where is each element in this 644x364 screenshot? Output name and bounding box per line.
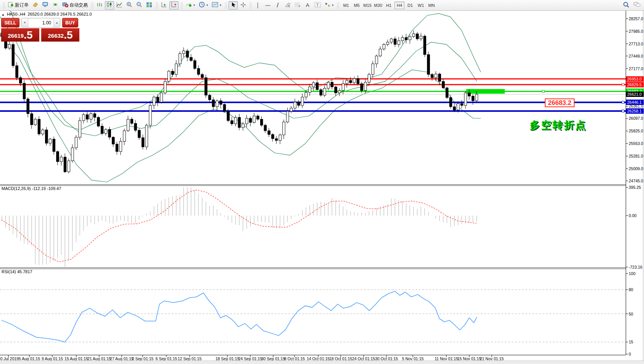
equidistant-channel-button[interactable]: E — [283, 1, 292, 10]
price-axis-label: 27449.0 — [629, 54, 643, 58]
candle-body — [238, 118, 241, 128]
time-axis-label: 30 Jul 2019 — [0, 356, 19, 361]
volume-input[interactable]: 1.00 — [28, 18, 53, 27]
search-button[interactable] — [621, 1, 631, 10]
candle-body — [268, 131, 270, 135]
candle-body — [201, 74, 204, 77]
templates-button[interactable]: ▾ — [210, 1, 223, 10]
buy-button[interactable]: BUY — [62, 18, 78, 27]
bar-chart-button[interactable] — [95, 1, 104, 10]
macd-axis-label: 0.00 — [629, 213, 636, 218]
candle-body — [31, 114, 33, 125]
candle-body — [212, 100, 215, 107]
candle-body — [327, 82, 330, 89]
candle-body — [335, 87, 337, 93]
line-chart-button[interactable] — [115, 1, 124, 10]
charts-window-button[interactable] — [41, 1, 50, 10]
trendline-button[interactable]: / — [273, 1, 282, 10]
candle-body — [64, 157, 66, 172]
price-axis-label: 27985.0 — [629, 29, 643, 34]
time-axis-label: 27 Aug 01:15 — [110, 356, 134, 361]
chart-shift-icon — [171, 2, 177, 9]
candle-body — [167, 71, 170, 82]
buy-price-display[interactable]: 26632.5 — [41, 28, 79, 42]
candle-body — [412, 34, 415, 37]
chat-button[interactable] — [632, 1, 642, 10]
new-order-button[interactable]: 新订单 — [6, 1, 30, 10]
volume-decrease-button[interactable]: ▼ — [22, 18, 28, 27]
price-axis-label: 27177.0 — [629, 66, 643, 71]
time-axis-label: 12 Sep 01:15 — [178, 356, 201, 361]
zoom-out-button[interactable] — [135, 1, 144, 10]
text-label-button[interactable]: T — [313, 1, 322, 10]
line-handle-marker[interactable] — [622, 84, 624, 86]
candle-body — [357, 79, 359, 84]
candle-body — [390, 39, 393, 42]
zoom-in-button[interactable] — [125, 1, 134, 10]
timeframe-button-d1[interactable]: D1 — [405, 2, 415, 9]
time-axis-label: 18 Oct 01:15 — [329, 356, 352, 361]
tile-windows-button[interactable] — [145, 1, 154, 10]
chart-shift-button[interactable] — [169, 1, 179, 10]
timeframe-button-h4[interactable]: H4 — [394, 2, 404, 9]
candle-body — [427, 55, 430, 74]
horizontal-line-button[interactable]: — — [263, 1, 272, 10]
line-handle-marker[interactable] — [622, 110, 624, 112]
styler-button[interactable] — [31, 1, 40, 10]
collapse-panel-icon[interactable]: ▲ — [2, 13, 5, 16]
vertical-line-button[interactable]: │ — [253, 1, 262, 10]
status-strip — [0, 361, 644, 364]
sell-price-display[interactable]: 26619.5 — [1, 28, 39, 42]
candle-body — [346, 81, 348, 84]
candle-body — [453, 107, 456, 110]
arrows-tool-button[interactable]: ▾ — [323, 1, 335, 10]
line-handle-marker[interactable] — [622, 101, 624, 103]
horizontal-line-icon: — — [266, 3, 270, 8]
timeframe-button-m5[interactable]: M5 — [352, 2, 362, 9]
chart-window[interactable]: ▲ HK50-,H4 26520.0 26639.0 26476.5 26621… — [0, 11, 644, 361]
candle-body — [27, 99, 29, 114]
chart-canvas[interactable] — [0, 11, 644, 361]
candle-body — [309, 87, 311, 93]
timeframe-button-m15[interactable]: M15 — [362, 2, 372, 9]
trendline-icon: / — [277, 2, 279, 8]
candle-body — [186, 51, 189, 57]
main-toolbar: 新订单 自动交易 — [0, 0, 644, 11]
timeframe-button-m30[interactable]: M30 — [373, 2, 383, 9]
auto-scroll-button[interactable] — [159, 1, 169, 10]
indicators-button[interactable]: ▾ — [184, 1, 196, 10]
rsi-line — [2, 291, 477, 342]
template-icon — [212, 2, 218, 9]
signals-button[interactable] — [51, 1, 60, 10]
candle-body — [156, 97, 159, 102]
cursor-button[interactable] — [229, 1, 238, 10]
trend-highlight-bar[interactable] — [466, 89, 505, 93]
timeframe-button-mn[interactable]: MN — [427, 2, 436, 9]
candle-body — [42, 130, 44, 134]
candle-body — [272, 134, 274, 139]
svg-text:E: E — [288, 5, 290, 8]
periods-button[interactable]: ▾ — [197, 1, 209, 10]
price-line-tag: 26829.5 — [626, 82, 644, 87]
sell-button[interactable]: SELL — [1, 18, 19, 27]
candle-body — [298, 102, 300, 105]
auto-trading-button[interactable]: 自动交易 — [61, 1, 89, 10]
timeframe-button-m1[interactable]: M1 — [341, 2, 351, 9]
rsi-axis-label: 100 — [629, 271, 636, 276]
search-icon — [623, 2, 630, 9]
fibonacci-button[interactable]: F — [293, 1, 302, 10]
trendline-price-tag[interactable]: 26683.2 — [545, 98, 575, 107]
text-tool-button[interactable]: A — [303, 1, 312, 10]
timeframe-button-w1[interactable]: W1 — [416, 2, 426, 9]
candle-body — [361, 84, 363, 90]
candlestick-chart-button[interactable] — [105, 1, 114, 10]
candle-body — [457, 103, 460, 110]
line-handle-marker[interactable] — [542, 90, 544, 92]
volume-increase-button[interactable]: ▲ — [53, 18, 60, 27]
timeframe-button-h1[interactable]: H1 — [384, 2, 394, 9]
candle-body — [475, 94, 478, 101]
crosshair-button[interactable] — [238, 1, 248, 10]
candle-body — [401, 37, 404, 40]
candle-body — [364, 82, 367, 91]
price-axis-label: 25281.0 — [629, 154, 643, 158]
